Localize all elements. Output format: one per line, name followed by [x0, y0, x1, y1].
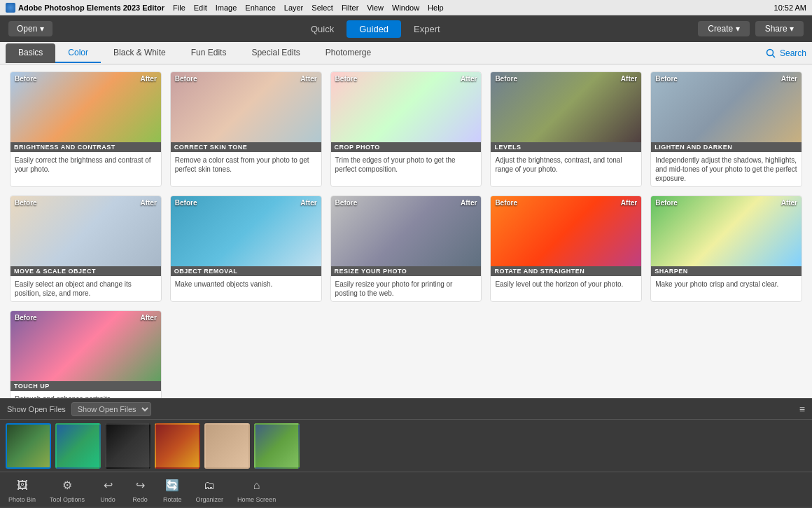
after-label: After — [781, 199, 797, 207]
show-open-files-label: Show Open Files — [7, 405, 66, 413]
bottom-tool-rotate[interactable]: 🔄 Rotate — [163, 476, 182, 503]
share-button[interactable]: Share ▾ — [755, 21, 804, 36]
open-button[interactable]: Open ▾ — [8, 21, 52, 36]
svg-line-1 — [772, 55, 775, 57]
undo-label: Undo — [100, 496, 115, 503]
app-logo: Adobe Photoshop Elements 2023 Editor — [6, 3, 164, 13]
nav-tab-basics[interactable]: Basics — [6, 43, 55, 63]
menu-select[interactable]: Select — [312, 4, 333, 12]
card-desc-lighten-darken: Independently adjust the shadows, highli… — [651, 152, 802, 186]
bottom-toolbar: 🖼 Photo Bin ⚙ Tool Options ↩ Undo ↪ Redo… — [0, 472, 812, 507]
after-label: After — [140, 314, 156, 322]
after-label: After — [140, 75, 156, 83]
card-touch-up[interactable]: Before After TOUCH UP Retouch and enhanc… — [10, 310, 162, 398]
card-desc-touch-up: Retouch and enhance portraits. — [10, 391, 161, 398]
card-object-removal[interactable]: Before After OBJECT REMOVAL Make unwante… — [170, 195, 322, 302]
card-title-touch-up: TOUCH UP — [10, 381, 161, 391]
card-title-object-removal: OBJECT REMOVAL — [171, 266, 321, 276]
after-label: After — [781, 75, 797, 83]
card-title-crop-photo: CROP PHOTO — [331, 142, 482, 152]
menu-filter[interactable]: Filter — [342, 4, 358, 12]
before-label: Before — [175, 75, 197, 83]
card-sharpen[interactable]: Before After SHARPEN Make your photo cri… — [650, 195, 802, 302]
before-label: Before — [335, 75, 358, 83]
svg-point-0 — [766, 49, 773, 55]
bottom-tool-tool-options[interactable]: ⚙ Tool Options — [50, 476, 85, 503]
thumbnail-thumb3[interactable] — [105, 423, 150, 469]
thumbnail-thumb2[interactable] — [55, 423, 101, 469]
before-label: Before — [655, 199, 678, 207]
card-move-scale[interactable]: Before After MOVE & SCALE OBJECT Easily … — [10, 195, 162, 302]
card-brightness-contrast[interactable]: Before After BRIGHTNESS AND CONTRAST Eas… — [10, 71, 162, 187]
after-label: After — [461, 199, 477, 207]
card-levels[interactable]: Before After LEVELS Adjust the brightnes… — [490, 71, 642, 187]
thumbnail-thumb5[interactable] — [204, 423, 250, 469]
before-label: Before — [15, 314, 37, 322]
photo-bin-icon: 🖼 — [13, 476, 31, 495]
card-title-rotate-straighten: ROTATE AND STRAIGHTEN — [491, 266, 641, 276]
card-resize-photo[interactable]: Before After RESIZE YOUR PHOTO Easily re… — [330, 195, 482, 302]
menu-window[interactable]: Window — [392, 4, 419, 12]
tool-options-icon: ⚙ — [58, 476, 76, 495]
card-title-brightness-contrast: BRIGHTNESS AND CONTRAST — [10, 142, 161, 152]
open-chevron-icon: ▾ — [40, 24, 44, 34]
card-correct-skin-tone[interactable]: Before After CORRECT SKIN TONE Remove a … — [170, 71, 322, 187]
nav-tab-photomerge[interactable]: Photomerge — [313, 43, 384, 63]
menu-enhance[interactable]: Enhance — [245, 4, 275, 12]
card-rotate-straighten[interactable]: Before After ROTATE AND STRAIGHTEN Easil… — [490, 195, 642, 302]
bottom-tool-photo-bin[interactable]: 🖼 Photo Bin — [8, 476, 36, 503]
card-desc-object-removal: Make unwanted objects vanish. — [171, 276, 321, 301]
strip-options-icon[interactable]: ≡ — [799, 404, 805, 415]
main-content: Before After BRIGHTNESS AND CONTRAST Eas… — [0, 64, 812, 398]
redo-icon: ↪ — [131, 476, 149, 495]
before-label: Before — [655, 75, 678, 83]
tab-quick[interactable]: Quick — [298, 20, 346, 38]
menu-image[interactable]: Image — [216, 4, 237, 12]
menu-edit[interactable]: Edit — [194, 4, 207, 12]
thumbnail-thumb4[interactable] — [155, 423, 200, 469]
thumbnail-thumb1[interactable] — [6, 423, 51, 469]
tab-guided[interactable]: Guided — [346, 20, 401, 38]
bottom-tool-redo[interactable]: ↪ Redo — [131, 476, 149, 503]
card-image-rotate-straighten: Before After — [491, 196, 641, 266]
before-label: Before — [15, 199, 37, 207]
organizer-icon: 🗂 — [200, 476, 218, 495]
nav-tab-fun[interactable]: Fun Edits — [178, 43, 239, 63]
card-desc-resize-photo: Easily resize your photo for printing or… — [331, 276, 482, 301]
nav-tab-special[interactable]: Special Edits — [239, 43, 312, 63]
menu-help[interactable]: Help — [428, 4, 444, 12]
menu-bar: Adobe Photoshop Elements 2023 Editor Fil… — [0, 0, 812, 15]
before-label: Before — [495, 199, 517, 207]
card-crop-photo[interactable]: Before After CROP PHOTO Trim the edges o… — [330, 71, 482, 187]
file-strip: Show Open Files Show Open Files Show Cat… — [0, 398, 812, 419]
home-screen-icon: ⌂ — [248, 476, 266, 495]
bottom-tool-organizer[interactable]: 🗂 Organizer — [196, 476, 224, 503]
tab-expert[interactable]: Expert — [401, 20, 453, 38]
create-button[interactable]: Create ▾ — [698, 21, 749, 36]
file-strip-select[interactable]: Show Open Files Show Catalog — [71, 402, 151, 416]
rotate-label: Rotate — [163, 496, 182, 503]
card-image-move-scale: Before After — [10, 196, 161, 266]
nav-tab-color[interactable]: Color — [55, 43, 101, 63]
undo-icon: ↩ — [99, 476, 117, 495]
menu-layer[interactable]: Layer — [284, 4, 304, 12]
search-button[interactable]: Search — [766, 48, 806, 58]
rotate-icon: 🔄 — [163, 476, 181, 495]
thumbnail-thumb6[interactable] — [254, 423, 300, 469]
share-chevron-icon: ▾ — [790, 24, 794, 34]
card-lighten-darken[interactable]: Before After LIGHTEN AND DARKEN Independ… — [650, 71, 802, 187]
menu-file[interactable]: File — [173, 4, 186, 12]
card-image-correct-skin-tone: Before After — [171, 72, 321, 142]
photo-bin-label: Photo Bin — [8, 496, 36, 503]
before-label: Before — [175, 199, 197, 207]
home-screen-label: Home Screen — [237, 496, 276, 503]
bottom-tool-undo[interactable]: ↩ Undo — [99, 476, 117, 503]
nav-tabs-bar: Basics Color Black & White Fun Edits Spe… — [0, 42, 812, 64]
nav-tab-bw[interactable]: Black & White — [101, 43, 178, 63]
bottom-tool-home-screen[interactable]: ⌂ Home Screen — [237, 476, 276, 503]
menu-view[interactable]: View — [367, 4, 384, 12]
card-image-brightness-contrast: Before After — [10, 72, 161, 142]
system-time: 10:52 AM — [774, 4, 806, 12]
card-title-correct-skin-tone: CORRECT SKIN TONE — [171, 142, 321, 152]
card-grid-row1: Before After BRIGHTNESS AND CONTRAST Eas… — [10, 71, 802, 187]
